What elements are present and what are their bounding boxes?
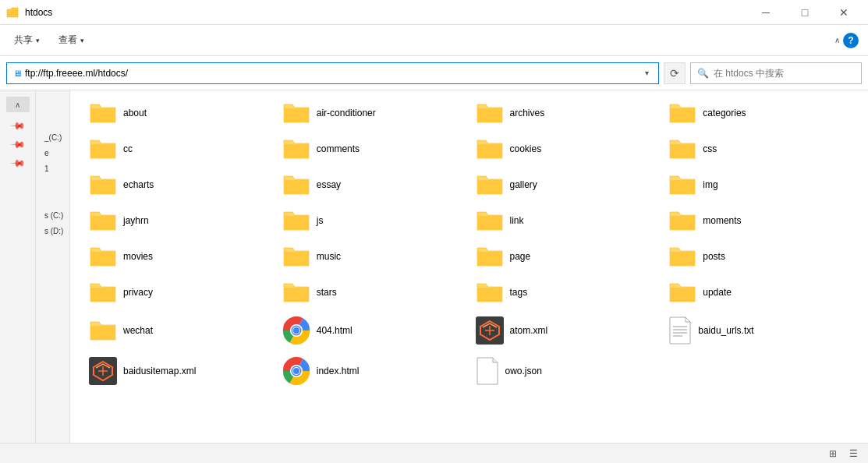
- folder-gallery[interactable]: gallery: [469, 168, 663, 201]
- nav-item-sc[interactable]: s (C:): [36, 207, 69, 223]
- close-button[interactable]: ✕: [826, 0, 862, 25]
- view-button[interactable]: 查看 ▾: [54, 30, 89, 50]
- folder-wechat[interactable]: wechat: [83, 312, 276, 349]
- file-owo-json[interactable]: owo.json: [469, 352, 663, 390]
- file-baidu-urls-txt[interactable]: baidu_urls.txt: [662, 312, 856, 349]
- search-wrap[interactable]: 🔍: [690, 62, 862, 84]
- folder-essay[interactable]: essay: [276, 168, 469, 201]
- svg-point-14: [293, 368, 299, 374]
- share-dropdown-icon: ▾: [36, 37, 40, 44]
- view-label: 查看: [58, 34, 77, 47]
- grid-view-button[interactable]: ⊞: [824, 447, 841, 461]
- folder-moments[interactable]: moments: [662, 204, 856, 237]
- file-index-html[interactable]: index.html: [276, 352, 469, 390]
- folder-jayhrn[interactable]: jayhrn: [83, 204, 276, 237]
- folder-movies[interactable]: movies: [83, 240, 276, 273]
- nav-item-c[interactable]: _(C:): [36, 129, 69, 145]
- share-label: 共享: [14, 34, 33, 47]
- title-bar-left: htdocs: [6, 7, 52, 18]
- refresh-icon: ⟳: [670, 67, 679, 80]
- folder-stars[interactable]: stars: [276, 276, 469, 309]
- share-button[interactable]: 共享 ▾: [9, 30, 44, 50]
- folder-cc[interactable]: cc: [83, 133, 276, 165]
- sublime-icon-atom: [476, 316, 504, 345]
- address-dropdown-icon[interactable]: ▾: [642, 69, 652, 77]
- sidebar-pin-3[interactable]: 📌: [3, 149, 32, 178]
- file-grid: about air-conditioner: [83, 97, 856, 390]
- status-bar: ⊞ ☰: [0, 443, 868, 463]
- help-button[interactable]: ?: [843, 33, 859, 48]
- folder-privacy[interactable]: privacy: [83, 276, 276, 309]
- nav-item-e[interactable]: e: [36, 145, 69, 161]
- maximize-button[interactable]: □: [787, 0, 823, 25]
- help-label: ?: [848, 35, 853, 46]
- search-input[interactable]: [714, 68, 855, 79]
- refresh-button[interactable]: ⟳: [664, 62, 686, 84]
- file-404-html[interactable]: 404.html: [276, 312, 469, 349]
- ftp-icon: 🖥: [13, 69, 22, 78]
- plain-file-icon-owo: [476, 357, 499, 385]
- address-input[interactable]: [25, 68, 642, 79]
- address-bar: 🖥 ▾ ⟳ 🔍: [0, 56, 868, 90]
- folder-cookies[interactable]: cookies: [469, 133, 663, 165]
- nav-item-sd[interactable]: s (D:): [36, 223, 69, 239]
- search-icon: 🔍: [697, 68, 709, 79]
- folder-js[interactable]: js: [276, 204, 469, 237]
- folder-link[interactable]: link: [469, 204, 663, 237]
- left-nav-panel: _(C:) e 1 s (C:) s (D:): [36, 90, 70, 443]
- folder-update[interactable]: update: [662, 276, 856, 309]
- file-atom-xml[interactable]: atom.xml: [469, 312, 663, 349]
- main-layout: ∧ 📌 📌 📌 _(C:) e 1 s (C:) s (D:): [0, 90, 868, 443]
- minimize-button[interactable]: ─: [748, 0, 784, 25]
- list-view-button[interactable]: ☰: [845, 447, 862, 461]
- toolbar: 共享 ▾ 查看 ▾ ∧ ?: [0, 25, 868, 56]
- folder-comments[interactable]: comments: [276, 133, 469, 165]
- svg-point-5: [293, 327, 299, 334]
- nav-item-1[interactable]: 1: [36, 161, 69, 176]
- title-bar: htdocs ─ □ ✕: [0, 0, 868, 25]
- view-dropdown-icon: ▾: [80, 37, 84, 44]
- address-input-wrap[interactable]: 🖥 ▾: [6, 62, 659, 84]
- chrome-icon-index: [282, 357, 310, 385]
- title-folder-icon: [6, 7, 19, 18]
- sidebar: ∧ 📌 📌 📌: [0, 90, 36, 443]
- title-text: htdocs: [25, 7, 52, 18]
- folder-img[interactable]: img: [662, 168, 856, 201]
- folder-archives[interactable]: archives: [469, 97, 663, 129]
- folder-categories[interactable]: categories: [662, 97, 856, 129]
- title-bar-controls: ─ □ ✕: [748, 0, 862, 25]
- folder-echarts[interactable]: echarts: [83, 168, 276, 201]
- folder-music[interactable]: music: [276, 240, 469, 273]
- sidebar-up-arrow[interactable]: ∧: [6, 97, 30, 112]
- folder-tags[interactable]: tags: [469, 276, 663, 309]
- collapse-icon[interactable]: ∧: [834, 36, 840, 44]
- chrome-icon-404: [282, 316, 310, 345]
- sublime-icon-baidusitemap: [89, 357, 117, 385]
- folder-page[interactable]: page: [469, 240, 663, 273]
- folder-css[interactable]: css: [662, 133, 856, 165]
- file-area: about air-conditioner: [70, 90, 868, 443]
- folder-air-conditioner[interactable]: air-conditioner: [276, 97, 469, 129]
- folder-posts[interactable]: posts: [662, 240, 856, 273]
- status-right: ⊞ ☰: [824, 447, 862, 461]
- text-file-icon-baidu: [668, 316, 692, 345]
- folder-about[interactable]: about: [83, 97, 276, 129]
- file-baidusitemap-xml[interactable]: baidusitemap.xml: [83, 352, 276, 390]
